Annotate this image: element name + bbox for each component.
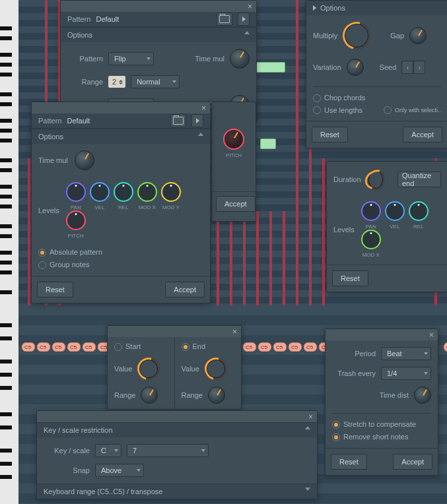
level-knob-pan[interactable] — [361, 201, 381, 221]
reset-button[interactable]: Reset — [331, 454, 367, 470]
end-radio[interactable] — [182, 343, 189, 351]
reset-button[interactable]: Reset — [332, 270, 368, 286]
midi-note[interactable]: C5 — [243, 342, 256, 352]
accept-button[interactable]: Accept — [403, 127, 442, 142]
options-header[interactable]: Options — [32, 129, 210, 144]
accept-button[interactable]: Accept — [216, 196, 256, 212]
start-value-knob[interactable] — [137, 358, 160, 380]
randomize-panel: × Pattern Default Options Time mul Level… — [31, 102, 211, 303]
range-mode-dropdown[interactable]: Normal — [131, 75, 180, 88]
duration-levels-panel: Duration Quantize end Levels PANVELRELMO… — [326, 161, 447, 292]
key-dropdown[interactable]: C — [95, 444, 121, 457]
midi-note[interactable] — [256, 62, 285, 73]
keyboard-range-header[interactable]: Keyboard range (C5..C5) / transpose — [37, 484, 317, 499]
time-mul-knob[interactable] — [230, 49, 250, 69]
midi-note[interactable] — [260, 139, 276, 149]
period-dropdown[interactable]: Beat — [381, 347, 431, 360]
pitch-panel: PITCH Accept — [211, 102, 256, 222]
close-icon[interactable]: × — [201, 104, 206, 113]
pattern-label: Pattern — [67, 12, 90, 26]
end-range-knob[interactable] — [208, 387, 225, 404]
midi-note[interactable]: C5 — [37, 342, 50, 352]
open-folder-button[interactable] — [170, 114, 186, 127]
pattern-name: Default — [96, 12, 119, 26]
close-icon[interactable]: × — [248, 2, 252, 11]
level-knob-vel[interactable] — [90, 182, 110, 202]
snap-dropdown[interactable]: Above — [95, 464, 144, 477]
trash-every-dropdown[interactable]: 1/4 — [381, 367, 431, 380]
midi-note[interactable]: C5 — [52, 342, 65, 352]
strum-options-panel: Options Multiply Gap Variation Seed ‹› C… — [306, 0, 447, 148]
quantize-end-button[interactable]: Quantize end — [397, 172, 441, 187]
multiply-knob[interactable] — [343, 22, 370, 49]
range-stepper[interactable]: 2 — [108, 76, 125, 88]
start-range-knob[interactable] — [141, 387, 158, 404]
close-icon[interactable]: × — [308, 412, 313, 422]
time-dist-knob[interactable] — [414, 387, 431, 404]
level-knob-pan[interactable] — [66, 182, 86, 202]
midi-note[interactable]: C5 — [258, 342, 271, 352]
level-knob-rel[interactable] — [409, 201, 429, 221]
variation-knob[interactable] — [347, 59, 364, 76]
reset-button[interactable]: Reset — [312, 127, 348, 142]
midi-note[interactable]: C5 — [67, 342, 81, 352]
level-knob-modx[interactable] — [361, 230, 381, 249]
level-knob-pitch[interactable] — [66, 210, 86, 230]
level-knob-rel[interactable] — [114, 182, 133, 202]
seed-stepper[interactable]: ‹› — [401, 61, 425, 74]
start-end-panel: × Start Value Range End Value Range — [107, 325, 242, 410]
midi-note[interactable]: C5 — [289, 342, 302, 352]
chop-chords-radio[interactable] — [313, 94, 321, 102]
chop-panel: × Period Beat Trash every 1/4 Time dist … — [325, 329, 438, 476]
start-radio[interactable] — [114, 343, 122, 351]
midi-note[interactable]: C5 — [304, 342, 317, 352]
midi-note[interactable]: C5 — [444, 342, 447, 352]
time-mul-knob[interactable] — [75, 150, 94, 170]
duration-knob[interactable] — [366, 168, 385, 191]
stretch-radio[interactable] — [332, 421, 340, 429]
midi-note[interactable]: C5 — [22, 342, 35, 352]
close-icon[interactable]: × — [232, 327, 237, 336]
level-knob-modx[interactable] — [137, 182, 157, 202]
reset-button[interactable]: Reset — [37, 282, 73, 298]
remove-short-radio[interactable] — [332, 433, 340, 441]
options-header[interactable]: Options — [61, 27, 256, 42]
midi-note[interactable]: C5 — [273, 342, 287, 352]
accept-button[interactable]: Accept — [393, 454, 432, 470]
level-knob-mody[interactable] — [161, 182, 181, 202]
close-icon[interactable]: × — [429, 331, 434, 340]
pattern-mode-dropdown[interactable]: Flip — [108, 52, 154, 65]
level-knob-vel[interactable] — [385, 201, 405, 221]
gap-knob[interactable] — [409, 27, 427, 44]
end-value-knob[interactable] — [205, 358, 227, 380]
group-notes-radio[interactable] — [38, 261, 46, 269]
use-lengths-radio[interactable] — [313, 106, 321, 114]
open-folder-button[interactable] — [217, 13, 232, 26]
play-button[interactable] — [238, 13, 250, 26]
accept-button[interactable]: Accept — [165, 282, 205, 298]
key-scale-header[interactable]: Key / scale restriction — [37, 422, 317, 437]
only-selection-radio[interactable] — [384, 106, 392, 114]
key-scale-panel: × Key / scale restriction Key / scale C … — [36, 410, 318, 499]
scale-dropdown[interactable]: 7 — [127, 444, 209, 457]
absolute-pattern-radio[interactable] — [38, 249, 46, 257]
midi-note[interactable]: C5 — [83, 342, 96, 352]
options-header[interactable]: Options — [306, 1, 447, 15]
play-button[interactable] — [191, 114, 203, 127]
pitch-knob[interactable] — [223, 129, 244, 150]
